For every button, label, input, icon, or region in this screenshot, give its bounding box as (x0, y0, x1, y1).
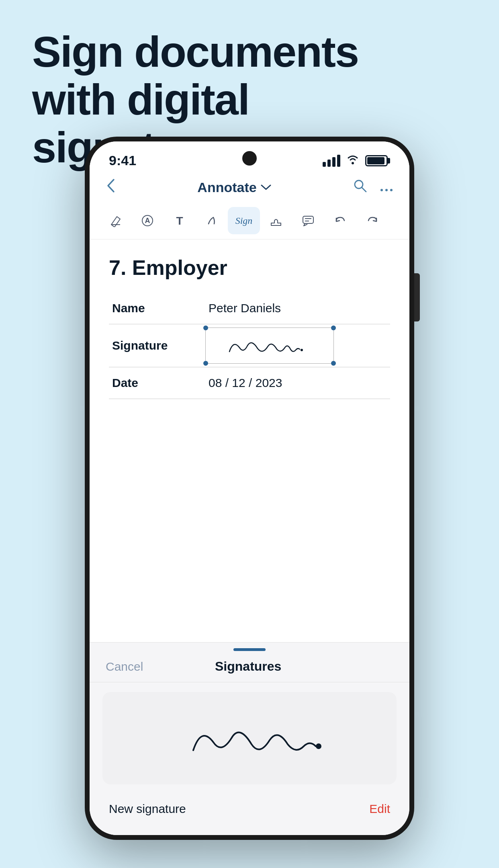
signature-image (217, 332, 322, 360)
edit-button[interactable]: Edit (369, 802, 390, 816)
corner-tl (203, 326, 208, 330)
undo-button[interactable] (324, 207, 356, 234)
table-row: Date 08 / 12 / 2023 (109, 367, 390, 399)
nav-bar: Annotate (90, 172, 409, 202)
handle-bar (233, 648, 266, 651)
status-bar: 9:41 (90, 141, 409, 172)
nav-actions (353, 179, 393, 196)
table-row: Name Peter Daniels (109, 293, 390, 324)
label-name: Name (109, 293, 205, 324)
svg-point-0 (352, 162, 354, 164)
pencil-tool[interactable] (196, 207, 228, 234)
status-icons (323, 154, 390, 168)
phone-frame: 9:41 (85, 137, 414, 840)
sign-tool-label: Sign (235, 215, 253, 226)
bottom-action-bar: New signature Edit (90, 794, 409, 835)
sheet-header: Cancel Signatures (90, 654, 409, 682)
wifi-icon (346, 154, 360, 168)
sign-tool[interactable]: Sign (228, 207, 260, 234)
redo-button[interactable] (356, 207, 389, 234)
signal-icon (323, 155, 340, 167)
corner-br (331, 361, 336, 366)
eraser-tool[interactable] (99, 207, 131, 234)
svg-point-13 (301, 349, 303, 351)
camera-notch (242, 151, 257, 166)
svg-rect-10 (303, 216, 313, 223)
section-title: 7. Employer (109, 256, 390, 280)
corner-bl (203, 361, 208, 366)
svg-text:A: A (145, 217, 150, 225)
value-name: Peter Daniels (205, 293, 390, 324)
signature-cell[interactable] (205, 324, 390, 367)
nav-title[interactable]: Annotate (197, 180, 271, 195)
phone-screen: 9:41 (90, 141, 409, 835)
saved-signature (177, 706, 322, 770)
signature-list-item[interactable] (102, 692, 397, 784)
table-row: Signature (109, 324, 390, 367)
document-area: 7. Employer Name Peter Daniels Signature (90, 240, 409, 642)
svg-point-1 (355, 180, 363, 188)
highlight-tool[interactable]: A (131, 207, 164, 234)
text-tool[interactable]: T (164, 207, 196, 234)
stamp-tool[interactable] (260, 207, 292, 234)
svg-point-14 (316, 743, 321, 749)
cancel-button[interactable]: Cancel (106, 660, 143, 674)
label-signature: Signature (109, 324, 205, 367)
search-button[interactable] (353, 179, 367, 196)
battery-icon (365, 155, 390, 166)
status-time: 9:41 (109, 153, 136, 168)
label-date: Date (109, 367, 205, 399)
document-content: 7. Employer Name Peter Daniels Signature (90, 240, 409, 415)
toolbar: A T Sign (90, 202, 409, 240)
bottom-sheet: Cancel Signatures New signature Edit (90, 642, 409, 835)
more-button[interactable] (380, 180, 393, 195)
document-table: Name Peter Daniels Signature (109, 293, 390, 399)
signature-box[interactable] (205, 328, 334, 364)
corner-tr (331, 326, 336, 330)
sheet-handle[interactable] (90, 643, 409, 654)
new-signature-button[interactable]: New signature (109, 802, 186, 816)
svg-point-5 (390, 189, 393, 191)
svg-point-4 (385, 189, 388, 191)
value-date: 08 / 12 / 2023 (205, 367, 390, 399)
back-button[interactable] (106, 178, 115, 197)
comment-tool[interactable] (292, 207, 324, 234)
phone-mockup: 9:41 (85, 137, 414, 840)
svg-text:T: T (176, 215, 183, 227)
svg-line-2 (362, 188, 366, 192)
svg-point-3 (380, 189, 383, 191)
sheet-title: Signatures (215, 659, 281, 674)
